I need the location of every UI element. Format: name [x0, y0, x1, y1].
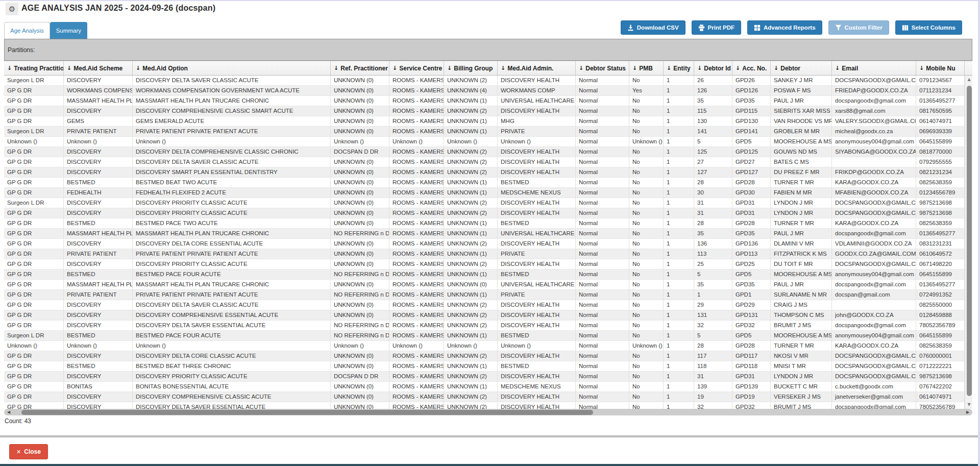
- partitions-panel[interactable]: Partitions:: [4, 39, 972, 61]
- column-header[interactable]: ↓Med.Aid Admin.: [498, 61, 576, 75]
- cell: [832, 157, 916, 167]
- column-header-label: PMB: [639, 65, 653, 72]
- vertical-scrollbar[interactable]: ▲ ▼: [965, 76, 972, 409]
- table-row[interactable]: GP G DRDISCOVERYDISCOVERY DELTA SAVER ES…: [4, 402, 965, 409]
- column-header[interactable]: ↓Entity: [664, 61, 694, 75]
- table-row[interactable]: Unknown ()Unknown ()Unknown ()Unknown ()…: [4, 341, 965, 351]
- table-row[interactable]: GP G DRDISCOVERYDISCOVERY DELTA SAVER ES…: [4, 321, 965, 331]
- scroll-left-icon[interactable]: ◀: [5, 409, 12, 415]
- table-row[interactable]: GP G DRFEDHEALTHFEDHEALTH FLEXIFED 2 ACU…: [4, 188, 965, 198]
- select-columns-button[interactable]: Select Columns: [895, 20, 962, 35]
- cell: GP G DR: [4, 300, 64, 310]
- download-csv-button[interactable]: Download CSV: [621, 20, 685, 35]
- table-row[interactable]: GP G DRPRIVATE PATIENTPRIVATE PATIENT PR…: [4, 249, 965, 259]
- column-header[interactable]: ↓Acc. No.: [732, 61, 771, 75]
- cell: GP G DR: [4, 372, 64, 382]
- print-pdf-button[interactable]: Print PDF: [692, 20, 741, 35]
- cell: UNKNOWN (2): [444, 157, 498, 167]
- cell: Normal: [576, 372, 629, 382]
- table-row[interactable]: GP G DRDISCOVERYDISCOVERY PRIORITY CLASS…: [4, 372, 965, 382]
- cell: Normal: [576, 259, 629, 269]
- column-header[interactable]: ↓Debtor Status: [576, 61, 629, 75]
- column-header[interactable]: ↓Mobile Nu: [916, 61, 965, 75]
- column-header[interactable]: ↓Billing Group: [444, 61, 498, 75]
- table-row[interactable]: Surgeon L DRBESTMEDBESTMED PACE FOUR ACU…: [4, 331, 965, 341]
- table-row[interactable]: GP G DRDISCOVERYDISCOVERY COMPREHENSIVE …: [4, 392, 965, 402]
- cell: 0671498220: [916, 259, 965, 269]
- cell: ROOMS - KAMERS: [389, 218, 444, 229]
- table-row[interactable]: GP G DRMASSMART HEALTH PLANMASSMART HEAL…: [4, 229, 965, 239]
- scroll-up-icon[interactable]: ▲: [965, 76, 972, 83]
- table-row[interactable]: Surgeon L DRDISCOVERYDISCOVERY DELTA SAV…: [4, 76, 965, 86]
- tab-summary[interactable]: Summary: [50, 22, 87, 39]
- horizontal-scrollbar[interactable]: ◀ ▶: [4, 409, 972, 415]
- cell: 1: [664, 259, 694, 269]
- column-header[interactable]: ↓Email: [832, 61, 916, 75]
- tab-age-analysis[interactable]: Age Analysis: [4, 22, 50, 39]
- column-header[interactable]: ↓Med.Aid Scheme: [64, 61, 133, 75]
- table-row[interactable]: GP G DRPRIVATE PATIENTPRIVATE PATIENT PR…: [4, 290, 965, 300]
- settings-button[interactable]: ⚙: [6, 3, 18, 15]
- cell: 28: [694, 218, 732, 229]
- cell: 1: [664, 188, 694, 198]
- cell: Normal: [576, 351, 629, 361]
- table-row[interactable]: GP G DRGEMSGEMS EMERALD ACUTEUNKNOWN (0)…: [4, 116, 965, 127]
- column-header[interactable]: ↓Ref. Practitioner: [331, 61, 389, 75]
- cell: BATES C MS: [771, 157, 832, 167]
- table-row[interactable]: GP G DRBESTMEDBESTMED BEAT THREE CHRONIC…: [4, 361, 965, 372]
- table-row[interactable]: GP G DRDISCOVERYDISCOVERY SMART PLAN ESS…: [4, 167, 965, 178]
- cell: UNKNOWN (1): [444, 361, 498, 372]
- table-row[interactable]: GP G DRBONITASBONITAS BONESSENTIAL ACUTE…: [4, 382, 965, 392]
- advanced-reports-button[interactable]: Advanced Reports: [747, 20, 822, 35]
- table-row[interactable]: Unknown ()Unknown ()Unknown ()Unknown ()…: [4, 137, 965, 147]
- scroll-right-icon[interactable]: ▶: [964, 409, 971, 415]
- table-row[interactable]: GP G DRDISCOVERYDISCOVERY DELTA SAVER CL…: [4, 157, 965, 167]
- cell: No: [629, 280, 664, 290]
- cell: Normal: [576, 392, 629, 402]
- column-header[interactable]: ↓PMB: [629, 61, 664, 75]
- cell: VALERY.SGOODX@GMAIL.COM: [832, 116, 916, 127]
- cell: DU PREEZ F MR: [771, 167, 832, 178]
- cell: DISCOVERY HEALTH: [498, 76, 576, 86]
- cell: 1: [664, 269, 694, 280]
- table-row[interactable]: GP G DRMASSMART HEALTH PLANMASSMART HEAL…: [4, 280, 965, 290]
- table-row[interactable]: GP G DRBESTMEDBESTMED PACE FOUR ACUTENO …: [4, 269, 965, 280]
- table-row[interactable]: Surgeon L DRPRIVATE PATIENTPRIVATE PATIE…: [4, 127, 965, 137]
- table-row[interactable]: GP G DRDISCOVERYDISCOVERY DELTA CORE CLA…: [4, 351, 965, 361]
- cell: 31: [694, 372, 732, 382]
- cell: Unknown (): [64, 341, 133, 351]
- column-header[interactable]: ↓Debtor Id: [694, 61, 732, 75]
- table-row[interactable]: GP G DRDISCOVERYDISCOVERY PRIORITY CLASS…: [4, 208, 965, 218]
- scroll-down-icon[interactable]: ▼: [965, 401, 972, 408]
- table-row[interactable]: GP G DRBESTMEDBESTMED BEAT TWO ACUTEUNKN…: [4, 178, 965, 188]
- cell: DISCOVERY DELTA CORE CLASSIC ACUTE: [133, 351, 331, 361]
- column-header[interactable]: ↓Debtor: [771, 61, 832, 75]
- table-row[interactable]: GP G DRDISCOVERYDISCOVERY COMPREHENSIVE …: [4, 106, 965, 116]
- custom-filter-button[interactable]: Custom Filter: [828, 20, 889, 35]
- cell: GP G DR: [4, 402, 64, 409]
- sort-desc-icon: ↓: [501, 65, 505, 71]
- table-row[interactable]: GP G DRMASSMART HEALTH PLANMASSMART HEAL…: [4, 96, 965, 106]
- cell: SIYABONGA@GOODX.CO.ZA: [832, 147, 916, 157]
- vertical-scrollbar-thumb[interactable]: [967, 86, 972, 396]
- cell: 1: [664, 310, 694, 321]
- horizontal-scrollbar-thumb[interactable]: [21, 410, 593, 415]
- cell: 0711231234: [916, 86, 965, 96]
- column-header[interactable]: ↓Med.Aid Option: [133, 61, 331, 75]
- close-button[interactable]: ✕ Close: [9, 444, 48, 459]
- column-header[interactable]: ↓Treating Practitioner: [4, 61, 64, 75]
- column-header-label: Email: [842, 65, 858, 72]
- cell: DISCOVERY DELTA SAVER ESSENTIAL ACUTE: [133, 321, 331, 331]
- table-row[interactable]: GP G DRDISCOVERYDISCOVERY DELTA COMPREHE…: [4, 147, 965, 157]
- cell: 27: [694, 157, 732, 167]
- table-row[interactable]: Surgeon L DRDISCOVERYDISCOVERY PRIORITY …: [4, 198, 965, 208]
- column-header-label: Debtor Id: [704, 65, 731, 72]
- column-header[interactable]: ↓Service Centre: [389, 61, 444, 75]
- cell: DISCOVERY: [64, 259, 133, 269]
- table-row[interactable]: GP G DRWORKMANS COMPENSATIONWORKMANS COM…: [4, 86, 965, 96]
- table-row[interactable]: GP G DRDISCOVERYDISCOVERY PRIORITY CLASS…: [4, 259, 965, 269]
- table-row[interactable]: GP G DRDISCOVERYDISCOVERY DELTA CORE ESS…: [4, 239, 965, 249]
- table-row[interactable]: GP G DRBESTMEDBESTMED PACE TWO ACUTEUNKN…: [4, 218, 965, 229]
- table-row[interactable]: GP G DRDISCOVERYDISCOVERY DELTA SAVER CL…: [4, 300, 965, 310]
- table-row[interactable]: GP G DRDISCOVERYDISCOVERY COMPREHENSIVE …: [4, 310, 965, 321]
